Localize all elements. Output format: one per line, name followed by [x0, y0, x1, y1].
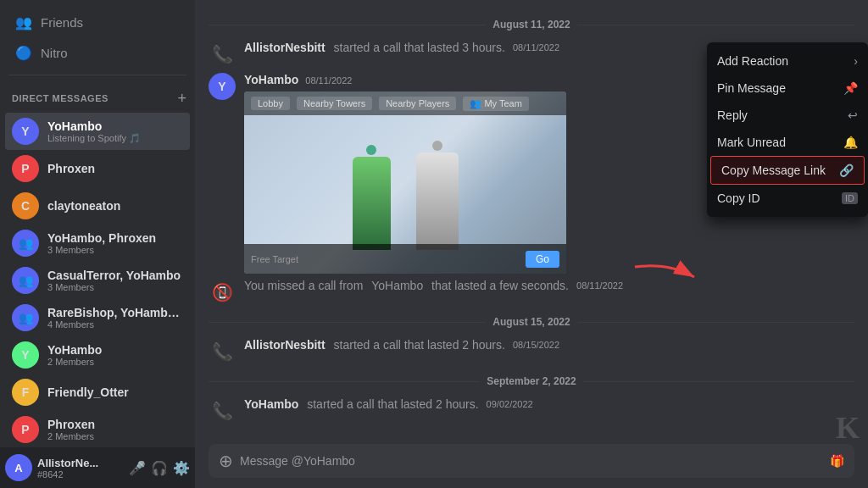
context-menu-item-copy-message-link[interactable]: Copy Message Link 🔗	[710, 156, 865, 185]
context-menu-item-pin-message[interactable]: Pin Message 📌	[707, 75, 868, 102]
dm-item-phroxen[interactable]: P Phroxen	[5, 150, 190, 187]
date-line-right-sep2	[583, 381, 854, 382]
avatar-friendly-otter: F	[12, 379, 39, 406]
dm-item-yohambo[interactable]: Y YoHambo Listening to Spotify 🎵	[5, 113, 190, 150]
gift-icon[interactable]: 🎁	[830, 454, 844, 468]
char-white	[416, 141, 459, 250]
char-green	[353, 145, 391, 250]
game-overlay: Lobby Nearby Towers Nearby Players 👥 My …	[244, 92, 566, 115]
avatar-phroxen2: P	[12, 416, 39, 443]
dm-username-group-ct: CasualTerror, YoHambo	[47, 269, 183, 282]
member-count-group-rb: 4 Members	[47, 319, 183, 330]
sidebar-item-friends-label: Friends	[41, 15, 83, 30]
sidebar-item-friends[interactable]: 👥 Friends	[7, 7, 188, 37]
date-line-right-15	[577, 322, 854, 323]
input-icons: 🎁	[830, 454, 844, 468]
sidebar: 👥 Friends 🔵 Nitro Direct Messages + Y Yo…	[0, 0, 195, 488]
message-content-call3: YoHambo started a call that lasted 2 hou…	[244, 397, 854, 411]
attach-icon[interactable]: ⊕	[219, 451, 233, 471]
avatar-yohambo2: Y	[12, 341, 39, 369]
context-menu-item-reply[interactable]: Reply ↩	[707, 102, 868, 129]
footer-icons: 🎤 🎧 ⚙️	[129, 459, 190, 476]
context-menu-item-copy-id[interactable]: Copy ID ID	[707, 185, 868, 212]
dm-header: Direct Messages +	[0, 79, 195, 111]
game-characters	[353, 141, 459, 250]
chat-input[interactable]: Message @YoHambo	[240, 454, 823, 468]
dm-item-group-casualterror[interactable]: 👥 CasualTerror, YoHambo 3 Members	[5, 262, 190, 299]
member-count-group-ct: 3 Members	[47, 282, 183, 292]
settings-icon[interactable]: ⚙️	[173, 459, 190, 476]
dm-username-group-rb: RareBishop, YoHambo...	[47, 306, 183, 319]
call-icon-2: 📞	[209, 338, 236, 365]
sidebar-divider	[8, 75, 186, 75]
dm-username-phroxen2: Phroxen	[47, 418, 183, 431]
date-divider-aug15: August 15, 2022	[209, 316, 854, 328]
dm-list: Y YoHambo Listening to Spotify 🎵 P Phrox…	[0, 111, 195, 447]
sidebar-item-nitro-label: Nitro	[41, 46, 68, 60]
dm-item-friendly-otter[interactable]: F Friendly_Otter	[5, 374, 190, 411]
call-author-3: YoHambo	[244, 397, 298, 411]
game-bottom-bar: Free Target Go	[244, 244, 566, 274]
red-arrow	[626, 258, 703, 297]
avatar-yohambo: Y	[12, 118, 39, 145]
game-go-button[interactable]: Go	[526, 251, 559, 268]
dm-item-group-rarebishop[interactable]: 👥 RareBishop, YoHambo... 4 Members	[5, 299, 190, 336]
char-head-green	[366, 145, 376, 155]
missed-call-icon: 📵	[209, 279, 236, 306]
dm-add-button[interactable]: +	[177, 91, 186, 106]
dm-item-claytoneaton[interactable]: C claytoneaton	[5, 187, 190, 225]
date-line-right	[577, 25, 854, 25]
chat-input-area: ⊕ Message @YoHambo 🎁	[195, 437, 868, 488]
dm-username-claytoneaton: claytoneaton	[47, 199, 183, 213]
dm-user-info-phroxen: Phroxen	[47, 162, 183, 175]
dm-user-info-phroxen2: Phroxen 2 Members	[47, 418, 183, 441]
call-author-2: AllistorNesbitt	[244, 338, 326, 352]
footer-avatar: A	[5, 454, 32, 481]
pin-message-label: Pin Message	[717, 81, 786, 95]
context-menu-item-mark-unread[interactable]: Mark Unread 🔔	[707, 129, 868, 156]
call-icon-3: 📞	[209, 397, 236, 424]
dm-status-yohambo: Listening to Spotify 🎵	[47, 133, 183, 144]
date-divider-aug11: August 11, 2022	[209, 19, 854, 30]
dm-item-phroxen2[interactable]: P Phroxen 2 Members	[5, 411, 190, 447]
reply-icon: ↩	[848, 108, 858, 122]
avatar-group-rb: 👥	[12, 304, 39, 331]
call-icon-1: 📞	[209, 41, 236, 68]
context-menu-item-add-reaction[interactable]: Add Reaction ›	[707, 47, 868, 75]
call-message-2: AllistorNesbitt started a call that last…	[244, 338, 854, 352]
call-timestamp-2: 08/15/2022	[510, 340, 559, 350]
date-text-sep2: September 2, 2022	[487, 375, 576, 387]
avatar-claytoneaton: C	[12, 192, 39, 219]
dm-item-yohambo2[interactable]: Y YoHambo 2 Members	[5, 336, 190, 374]
member-count-yohambo2: 2 Members	[47, 357, 183, 367]
missed-call-text: You missed a call from YoHambo that last…	[244, 279, 854, 292]
dm-username-yohambo: YoHambo	[47, 119, 183, 133]
missed-timestamp: 08/11/2022	[574, 280, 623, 291]
game-bottom-text: Free Target	[251, 254, 298, 264]
game-tab-players: Nearby Players	[379, 97, 456, 110]
footer-user-info: AllistorNe... #8642	[37, 457, 124, 480]
dm-user-info-group-ct: CasualTerror, YoHambo 3 Members	[47, 269, 183, 292]
pin-icon: 📌	[843, 81, 858, 95]
dm-user-info-yohambo: YoHambo Listening to Spotify 🎵	[47, 119, 183, 144]
headphones-icon[interactable]: 🎧	[151, 459, 168, 476]
dm-user-info-friendly-otter: Friendly_Otter	[47, 385, 183, 399]
msg-author-yohambo: YoHambo	[244, 73, 298, 86]
call-message-3: YoHambo started a call that lasted 2 hou…	[244, 397, 854, 411]
dm-username-group-yp: YoHambo, Phroxen	[47, 231, 183, 245]
dm-user-info-group-rb: RareBishop, YoHambo... 4 Members	[47, 306, 183, 330]
sidebar-footer: A AllistorNe... #8642 🎤 🎧 ⚙️	[0, 447, 195, 488]
dm-item-group-yohambo-phroxen[interactable]: 👥 YoHambo, Phroxen 3 Members	[5, 225, 190, 262]
dm-header-label: Direct Messages	[12, 93, 108, 103]
mark-unread-label: Mark Unread	[717, 136, 786, 149]
copy-id-label: Copy ID	[717, 191, 760, 205]
game-tab-nearby: Nearby Towers	[297, 97, 372, 110]
missed-text-after: that lasted a few seconds.	[428, 279, 569, 292]
message-row-missed: 📵 You missed a call from YoHambo that la…	[209, 279, 854, 306]
mute-icon[interactable]: 🎤	[129, 459, 146, 476]
sidebar-item-nitro[interactable]: 🔵 Nitro	[7, 37, 188, 68]
dm-username-friendly-otter: Friendly_Otter	[47, 385, 183, 399]
avatar-phroxen: P	[12, 155, 39, 182]
char-body-white	[416, 152, 459, 250]
nitro-icon: 🔵	[15, 44, 32, 61]
